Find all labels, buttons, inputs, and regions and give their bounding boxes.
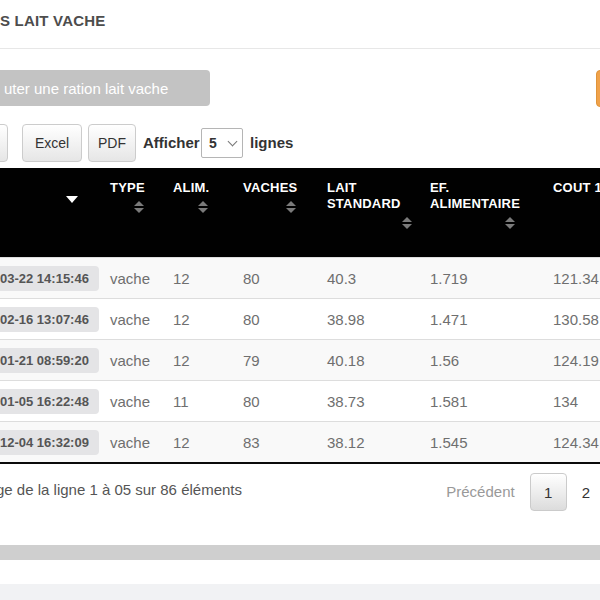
cell-vaches: 80 xyxy=(243,393,327,410)
cell-lait-standard: 38.12 xyxy=(327,434,430,451)
cell-vaches: 80 xyxy=(243,311,327,328)
date-badge: 02-16 13:07:46 xyxy=(0,307,99,332)
table-row[interactable]: 02-16 13:07:46 vache 12 80 38.98 1.471 1… xyxy=(0,298,600,339)
column-header-type[interactable]: TYPE xyxy=(110,168,173,229)
cell-cout-1000l: 134 xyxy=(553,393,600,410)
table-info-text: ge de la ligne 1 à 05 sur 86 éléments xyxy=(0,481,242,498)
orange-action-button[interactable] xyxy=(596,70,600,107)
cell-vaches: 80 xyxy=(243,270,327,287)
pdf-export-button[interactable]: PDF xyxy=(88,124,136,162)
table-row[interactable]: 12-04 16:32:09 vache 12 83 38.12 1.545 1… xyxy=(0,421,600,462)
table-body: 03-22 14:15:46 vache 12 80 40.3 1.719 12… xyxy=(0,257,600,464)
date-badge: 12-04 16:32:09 xyxy=(0,430,99,455)
cell-ef-alimentaire: 1.545 xyxy=(430,434,553,451)
bottom-panel xyxy=(0,584,600,600)
cell-cout-1000l: 124.34 xyxy=(553,434,600,451)
column-header-alim[interactable]: ALIM. xyxy=(173,168,243,229)
table-row[interactable]: 01-05 16:22:48 vache 11 80 38.73 1.581 1… xyxy=(0,380,600,421)
table-row[interactable]: 03-22 14:15:46 vache 12 80 40.3 1.719 12… xyxy=(0,257,600,298)
cell-alim: 12 xyxy=(173,311,243,328)
page-length-value: 5 xyxy=(209,135,217,151)
cell-ef-alimentaire: 1.581 xyxy=(430,393,553,410)
cell-cout-1000l: 124.19 xyxy=(553,352,600,369)
sort-arrows-icon xyxy=(505,217,515,229)
pagination-page-2[interactable]: 2 xyxy=(582,484,590,501)
table-row[interactable]: 01-21 08:59:20 vache 12 79 40.18 1.56 12… xyxy=(0,339,600,380)
cell-vaches: 83 xyxy=(243,434,327,451)
pagination: Précédent 1 2 xyxy=(446,473,590,511)
cell-lait-standard: 38.98 xyxy=(327,311,430,328)
date-badge: 01-05 16:22:48 xyxy=(0,389,99,414)
pagination-page-1[interactable]: 1 xyxy=(530,473,567,511)
cell-lait-standard: 40.18 xyxy=(327,352,430,369)
cell-ef-alimentaire: 1.719 xyxy=(430,270,553,287)
title-divider xyxy=(0,48,600,49)
date-badge: 01-21 08:59:20 xyxy=(0,348,99,373)
column-header-ef-alimentaire[interactable]: EF. ALIMENTAIRE xyxy=(430,168,553,229)
cell-cout-1000l: 130.58 xyxy=(553,311,600,328)
pagination-previous[interactable]: Précédent xyxy=(446,473,514,511)
cell-type: vache xyxy=(110,352,173,369)
cell-type: vache xyxy=(110,434,173,451)
cell-cout-1000l: 121.34 xyxy=(553,270,600,287)
section-divider-bar xyxy=(0,545,600,560)
column-header-cout-1000l[interactable]: COUT 1000L xyxy=(553,168,600,229)
cell-type: vache xyxy=(110,393,173,410)
cell-alim: 12 xyxy=(173,434,243,451)
sort-arrows-icon xyxy=(198,201,208,213)
cell-lait-standard: 40.3 xyxy=(327,270,430,287)
cell-lait-standard: 38.73 xyxy=(327,393,430,410)
page-length-select[interactable]: 5 xyxy=(201,128,243,158)
cell-type: vache xyxy=(110,311,173,328)
excel-export-button[interactable]: Excel xyxy=(22,124,82,162)
cell-type: vache xyxy=(110,270,173,287)
sort-arrows-icon xyxy=(286,201,296,213)
length-label-before: Afficher xyxy=(143,124,200,162)
cell-vaches: 79 xyxy=(243,352,327,369)
sort-desc-icon xyxy=(66,196,78,203)
export-button-cropped[interactable] xyxy=(0,124,8,162)
cell-alim: 12 xyxy=(173,270,243,287)
add-ration-button[interactable]: uter une ration lait vache xyxy=(0,70,210,106)
sort-arrows-icon xyxy=(134,201,144,213)
cell-alim: 12 xyxy=(173,352,243,369)
cell-alim: 11 xyxy=(173,393,243,410)
chevron-down-icon xyxy=(228,137,238,147)
length-label-after: lignes xyxy=(250,124,293,162)
column-header-lait-standard[interactable]: LAIT STANDARD xyxy=(327,168,430,229)
sort-arrows-icon xyxy=(402,217,412,229)
column-header-date[interactable] xyxy=(0,168,110,229)
page-title: S LAIT VACHE xyxy=(0,12,105,29)
table-header: TYPE ALIM. VACHES LAIT STANDARD EF. ALIM… xyxy=(0,168,600,257)
column-header-vaches[interactable]: VACHES xyxy=(243,168,327,229)
cell-ef-alimentaire: 1.471 xyxy=(430,311,553,328)
cell-ef-alimentaire: 1.56 xyxy=(430,352,553,369)
date-badge: 03-22 14:15:46 xyxy=(0,266,99,291)
